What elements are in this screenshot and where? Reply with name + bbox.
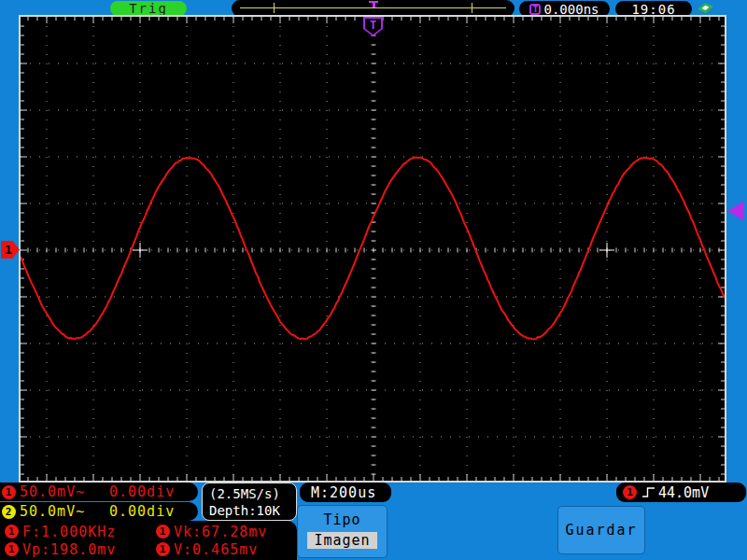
save-type-menu[interactable]: Tipo Imagen	[297, 505, 388, 558]
timebase-pill: M:200us	[300, 483, 391, 502]
save-button[interactable]: Guardar	[557, 506, 645, 554]
trig-status-pill: Trig	[110, 1, 187, 16]
rising-edge-icon	[641, 485, 655, 499]
menu-option-imagen[interactable]: Imagen	[307, 532, 376, 549]
channel2-scale: 50.0mV~	[20, 503, 109, 520]
window-left-bracket	[274, 3, 275, 13]
memory-depth: Depth:10K	[209, 502, 296, 519]
channel2-status-pill: 2 50.0mV~ 0.00div	[0, 502, 198, 521]
record-window-line	[240, 7, 506, 8]
measurement-frequency: 1 F:1.000KHz	[3, 523, 154, 540]
measurement-vk: 1 Vk:67.28mv	[154, 523, 297, 540]
measurements-panel: 1 F:1.000KHz 1 Vk:67.28mv 1 Vp:198.0mv 1…	[0, 521, 297, 560]
measurement-source-badge: 1	[156, 525, 170, 539]
channel1-scale: 50.0mV~	[20, 483, 109, 500]
measurement-source-badge: 1	[5, 525, 19, 539]
channel2-offset: 0.00div	[109, 503, 175, 520]
trigger-level-pill: 1 44.0mV	[616, 483, 746, 502]
trigger-level-marker[interactable]	[727, 201, 744, 221]
measurement-source-badge: 1	[156, 542, 170, 556]
trigger-t-icon: T	[529, 4, 541, 15]
menu-group-label: Tipo	[323, 511, 360, 528]
channel1-badge: 1	[2, 485, 16, 499]
acquisition-info-box: (2.5MS/s) Depth:10K	[202, 483, 297, 521]
trigger-source-badge: 1	[623, 485, 637, 499]
channel1-offset: 0.00div	[109, 483, 175, 500]
scope-graticule-and-trace	[21, 17, 725, 481]
measurement-vp: 1 Vp:198.0mv	[3, 540, 154, 558]
channel2-badge: 2	[2, 505, 16, 519]
window-right-bracket	[472, 3, 472, 13]
channel1-level-marker[interactable]: 1	[1, 241, 20, 259]
channel1-status-pill: 1 50.0mV~ 0.00div	[0, 483, 198, 501]
trigger-level-value: 44.0mV	[658, 484, 709, 501]
measurement-source-badge: 1	[5, 542, 19, 556]
measurement-v: 1 V:0.465mv	[154, 540, 297, 558]
sample-rate: (2.5MS/s)	[209, 485, 296, 502]
waveform-display	[19, 15, 726, 483]
